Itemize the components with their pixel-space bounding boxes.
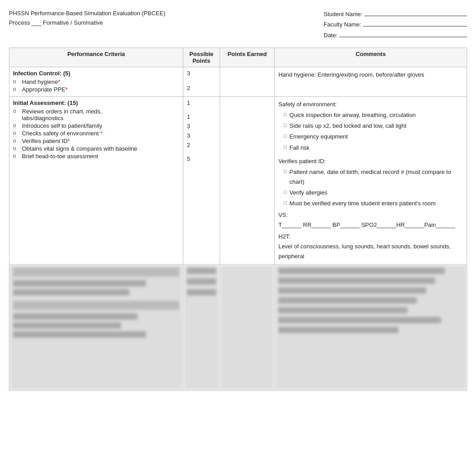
student-name-field[interactable]: [364, 9, 467, 16]
vs-values: T______ RR______ BP______ SPO2______HR__…: [278, 220, 463, 230]
head-toe-label: Brief head-to-toe assessment: [22, 153, 98, 160]
col-header-comments: Comments: [275, 48, 467, 67]
sub-bullet-icon: □: [284, 110, 287, 119]
student-info-block: Student Name: Faculty Name: Date:: [324, 9, 467, 40]
list-item: o Checks safety of environment *: [13, 130, 179, 137]
verifies-list: □ Patient name, date of birth, medical r…: [284, 167, 463, 208]
faculty-name-row: Faculty Name:: [324, 19, 467, 30]
infection-control-criteria: Infection Control: (5) o Hand hygiene* o…: [9, 67, 183, 97]
safety-list: □ Quick inspection for airway, breathing…: [284, 110, 463, 152]
page-header: PHSSN Performance-Based Simulation Evalu…: [9, 9, 467, 40]
infection-control-comments: Hand hygiene: Entering/exiting room, bef…: [275, 67, 467, 97]
date-field[interactable]: [339, 30, 467, 37]
asterisk-icon: *: [100, 130, 103, 137]
blurred-comments: [275, 265, 467, 390]
title-line2: Process ___ Formative / Summative: [9, 18, 165, 28]
list-item: o Appropriate PPE*: [13, 86, 179, 93]
introduces-self-label: Introduces self to patient/family: [22, 122, 102, 129]
student-name-label: Student Name:: [324, 9, 363, 19]
list-item: □ Verify allergies: [284, 188, 463, 198]
initial-assessment-earned[interactable]: [220, 97, 275, 265]
sub-bullet-icon: □: [284, 199, 287, 207]
title-line1: PHSSN Performance-Based Simulation Evalu…: [9, 9, 165, 18]
h2t-values: Level of consciousness, lung sounds, hea…: [278, 242, 463, 261]
blurred-earned: [220, 265, 275, 390]
reviews-orders-label: Reviews orders in chart, meds,labs/diagn…: [22, 108, 102, 121]
bullet-icon: o: [13, 130, 18, 136]
initial-assessment-criteria: Initial Assessment: (15) o Reviews order…: [9, 97, 183, 265]
date-row: Date:: [324, 30, 467, 40]
asterisk-icon: *: [68, 138, 70, 144]
col-header-earned: Points Earned: [220, 48, 275, 67]
infection-control-list: o Hand hygiene* o Appropriate PPE*: [13, 78, 179, 93]
list-item: □ Emergency equipment: [284, 132, 463, 142]
ppe-label: Appropriate PPE*: [22, 86, 68, 93]
infection-control-earned[interactable]: [220, 67, 275, 97]
h2t-label: H2T:: [278, 232, 463, 242]
sub-bullet-icon: □: [284, 132, 287, 140]
date-label: Date:: [324, 30, 338, 40]
initial-assessment-header: Initial Assessment: (15): [13, 100, 179, 106]
list-item: □ Quick inspection for airway, breathing…: [284, 110, 463, 120]
list-item: o Introduces self to patient/family: [13, 122, 179, 129]
list-item: o Reviews orders in chart, meds,labs/dia…: [13, 108, 179, 121]
bullet-icon: o: [13, 78, 18, 85]
initial-assessment-points: 1 1 3 3 2 5: [183, 97, 220, 265]
infection-control-points: 3 2: [183, 67, 220, 97]
list-item: o Hand hygiene*: [13, 78, 179, 85]
blurred-criteria: [9, 265, 183, 390]
faculty-name-label: Faculty Name:: [324, 19, 361, 30]
bullet-icon: o: [13, 145, 18, 152]
initial-assessment-comments: Safety of environment: □ Quick inspectio…: [275, 97, 467, 265]
blurred-section-row: [9, 265, 467, 390]
asterisk-icon: *: [58, 78, 60, 85]
title-block: PHSSN Performance-Based Simulation Evalu…: [9, 9, 165, 40]
hand-hygiene-label: Hand hygiene*: [22, 78, 60, 85]
safety-header: Safety of environment:: [278, 100, 463, 109]
list-item: □ Side rails up x2, bed locked and low, …: [284, 121, 463, 131]
evaluation-table: Performance Criteria Possible Points Poi…: [9, 48, 467, 390]
infection-control-header: Infection Control: (5): [13, 70, 179, 77]
list-item: □ Must be verified every time student en…: [284, 199, 463, 208]
col-header-criteria: Performance Criteria: [9, 48, 183, 67]
initial-assessment-row: Initial Assessment: (15) o Reviews order…: [9, 97, 467, 265]
verifies-patient-label: Verifies patient ID*: [22, 138, 70, 144]
sub-bullet-icon: □: [284, 143, 287, 152]
vs-label: VS:: [278, 210, 463, 220]
bullet-icon: o: [13, 108, 18, 114]
list-item: □ Patient name, date of birth, medical r…: [284, 167, 463, 187]
checks-safety-label: Checks safety of environment *: [22, 130, 103, 137]
list-item: o Brief head-to-toe assessment: [13, 153, 179, 160]
vital-signs-label: Obtains vital signs & compares with base…: [22, 145, 137, 152]
blurred-points: [183, 265, 220, 390]
sub-bullet-icon: □: [284, 167, 287, 176]
list-item: □ Fall risk: [284, 143, 463, 153]
sub-bullet-icon: □: [284, 121, 287, 130]
bullet-icon: o: [13, 122, 18, 129]
list-item: o Obtains vital signs & compares with ba…: [13, 145, 179, 152]
sub-bullet-icon: □: [284, 188, 287, 196]
student-name-row: Student Name:: [324, 9, 467, 19]
table-header-row: Performance Criteria Possible Points Poi…: [9, 48, 467, 67]
bullet-icon: o: [13, 153, 18, 159]
verifies-header: Verifies patient ID:: [278, 156, 463, 166]
bullet-icon: o: [13, 86, 18, 92]
faculty-name-field[interactable]: [363, 19, 467, 26]
asterisk-icon: *: [65, 86, 68, 93]
infection-control-row: Infection Control: (5) o Hand hygiene* o…: [9, 67, 467, 97]
initial-assessment-list: o Reviews orders in chart, meds,labs/dia…: [13, 108, 179, 160]
bullet-icon: o: [13, 138, 18, 144]
list-item: o Verifies patient ID*: [13, 138, 179, 144]
col-header-points: Possible Points: [183, 48, 220, 67]
